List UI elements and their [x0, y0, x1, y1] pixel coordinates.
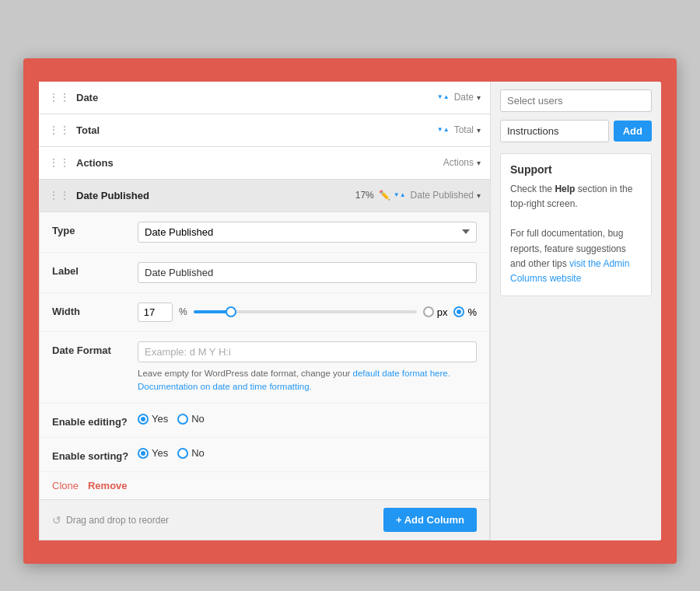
dropdown-date[interactable]: ▾ [477, 93, 481, 102]
dropdown-date-published[interactable]: ▾ [477, 191, 481, 200]
select-users-input[interactable] [500, 89, 652, 112]
date-format-label: Date Format [52, 341, 138, 356]
column-row-date-published[interactable]: ⋮⋮ Date Published 17% ✏️ ▼▲ Date Publish… [39, 180, 490, 212]
editing-no-option[interactable]: No [177, 413, 205, 425]
unit-percent-option[interactable]: % [453, 306, 477, 318]
clone-link[interactable]: Clone [52, 480, 79, 491]
drag-handle-date-published[interactable]: ⋮⋮ [48, 189, 70, 201]
range-thumb[interactable] [226, 306, 236, 317]
enable-editing-options: Yes No [138, 413, 477, 425]
editing-yes-option[interactable]: Yes [138, 413, 168, 425]
sorting-yes-option[interactable]: Yes [138, 447, 168, 459]
column-row-actions[interactable]: ⋮⋮ Actions Actions ▾ [39, 147, 490, 180]
editing-no-label: No [191, 413, 205, 425]
drag-label: ↺ Drag and drop to reorder [52, 514, 169, 526]
enable-sorting-label: Enable sorting? [52, 447, 138, 462]
col-name-actions: Actions [76, 157, 443, 169]
drag-handle-actions[interactable]: ⋮⋮ [48, 156, 70, 169]
drag-handle-date[interactable]: ⋮⋮ [48, 91, 70, 103]
sorting-no-option[interactable]: No [177, 447, 205, 459]
footer-bar: ↺ Drag and drop to reorder + Add Column [40, 499, 489, 540]
label-input[interactable] [138, 262, 477, 283]
drag-handle-total[interactable]: ⋮⋮ [48, 124, 70, 136]
unit-percent-radio[interactable] [453, 306, 464, 317]
unit-percent-label: % [467, 306, 477, 318]
setting-row-label: Label [40, 253, 489, 293]
date-format-value: Leave empty for WordPress date format, c… [138, 341, 477, 394]
unit-px-label: px [437, 306, 448, 318]
sort-icons-total[interactable]: ▼▲ [437, 127, 450, 133]
type-label: Type [52, 222, 138, 236]
add-column-button[interactable]: + Add Column [383, 508, 477, 532]
sort-icons-date[interactable]: ▼▲ [437, 94, 450, 100]
enable-sorting-options: Yes No [138, 447, 477, 459]
col-type-date-published: Date Published [411, 190, 474, 201]
width-controls: % px % [138, 302, 477, 322]
setting-row-date-format: Date Format Leave empty for WordPress da… [40, 332, 489, 404]
setting-row-width: Width % px [40, 293, 489, 332]
col-name-date: Date [76, 92, 437, 103]
label-value [138, 262, 477, 283]
setting-row-enable-sorting: Enable sorting? Yes No [40, 438, 489, 472]
right-panel: Instructions Add Support Check the Help … [490, 82, 661, 541]
editing-yes-label: Yes [152, 413, 168, 425]
sorting-no-radio[interactable] [177, 448, 188, 459]
editing-no-radio[interactable] [177, 414, 188, 425]
instructions-add-button[interactable]: Add [614, 121, 652, 142]
type-select[interactable]: Date Published [138, 222, 477, 243]
content-area: ⋮⋮ Date ▼▲ Date ▾ ⋮⋮ Total ▼▲ Total ▾ ⋮⋮… [39, 82, 661, 541]
column-row-date[interactable]: ⋮⋮ Date ▼▲ Date ▾ [39, 82, 490, 114]
instructions-label: Instructions [500, 120, 609, 142]
label-label: Label [52, 262, 138, 277]
default-date-link[interactable]: default date format here. Documentation … [138, 369, 450, 391]
col-type-actions: Actions [443, 157, 474, 168]
width-slider[interactable] [194, 310, 417, 313]
admin-columns-link[interactable]: visit the Admin Columns website [510, 258, 629, 284]
sorting-yes-label: Yes [152, 447, 168, 459]
date-format-input[interactable] [138, 341, 477, 362]
instructions-row: Instructions Add [500, 120, 652, 142]
width-input[interactable] [138, 302, 173, 322]
drag-text: Drag and drop to reorder [66, 515, 169, 526]
help-text-bold: Help [555, 184, 575, 194]
unit-px-radio[interactable] [423, 306, 434, 317]
date-format-note: Leave empty for WordPress date format, c… [138, 367, 477, 394]
drag-icon: ↺ [52, 514, 61, 526]
sorting-yes-radio[interactable] [138, 448, 149, 459]
settings-panel: Type Date Published Label W [39, 212, 490, 541]
main-wrapper: ⋮⋮ Date ▼▲ Date ▾ ⋮⋮ Total ▼▲ Total ▾ ⋮⋮… [23, 58, 677, 565]
col-name-total: Total [76, 124, 437, 136]
col-name-date-published: Date Published [76, 190, 355, 201]
remove-link[interactable]: Remove [88, 480, 128, 491]
edit-icon-date-published[interactable]: ✏️ [379, 190, 390, 201]
col-type-total: Total [454, 124, 474, 135]
sorting-no-label: No [191, 447, 205, 459]
left-panel: ⋮⋮ Date ▼▲ Date ▾ ⋮⋮ Total ▼▲ Total ▾ ⋮⋮… [39, 82, 490, 541]
support-box: Support Check the Help section in the to… [500, 153, 652, 296]
setting-row-enable-editing: Enable editing? Yes No [40, 404, 489, 438]
support-text: Check the Help section in the top-right … [510, 182, 642, 286]
setting-row-type: Type Date Published [40, 212, 489, 253]
unit-px-option[interactable]: px [423, 306, 448, 318]
width-percent-sign: % [179, 306, 187, 317]
dropdown-total[interactable]: ▾ [477, 126, 481, 135]
support-title: Support [510, 163, 642, 176]
sort-icons-date-published[interactable]: ▼▲ [394, 192, 406, 198]
enable-editing-label: Enable editing? [52, 413, 138, 428]
dropdown-actions[interactable]: ▾ [477, 159, 481, 167]
col-percent-date-published: 17% [355, 190, 374, 201]
col-type-date: Date [454, 92, 474, 103]
width-label: Width [52, 302, 138, 317]
editing-yes-radio[interactable] [138, 414, 149, 425]
action-links: Clone Remove [40, 472, 489, 499]
type-value: Date Published [138, 222, 477, 243]
column-row-total[interactable]: ⋮⋮ Total ▼▲ Total ▾ [39, 114, 490, 147]
